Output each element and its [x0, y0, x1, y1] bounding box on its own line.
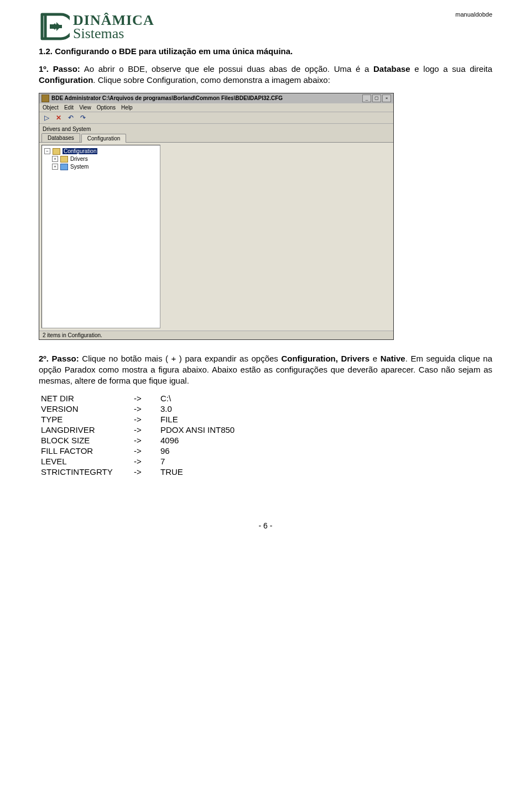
setting-key: BLOCK SIZE — [39, 435, 132, 446]
settings-row: LEVEL->7 — [39, 456, 237, 467]
setting-key: LANGDRIVER — [39, 425, 132, 435]
setting-value: C:\ — [158, 393, 237, 404]
redo-icon[interactable]: ↷ — [79, 114, 87, 122]
setting-key: STRICTINTEGRTY — [39, 467, 132, 477]
arrow: -> — [132, 404, 158, 414]
undo-icon[interactable]: ↶ — [67, 114, 75, 122]
menu-view[interactable]: View — [79, 104, 91, 111]
step1-lead: 1º. Passo: — [39, 64, 80, 74]
settings-row: NET DIR->C:\ — [39, 393, 237, 404]
tree-pane[interactable]: − Configuration + Drivers + System — [41, 145, 160, 328]
status-bar: 2 items in Configuration. — [39, 331, 393, 339]
close-button[interactable]: × — [382, 95, 391, 102]
setting-value: 96 — [158, 446, 237, 456]
arrow: -> — [132, 446, 158, 456]
bde-admin-screenshot: BDE Administrator C:\Arquivos de program… — [39, 93, 394, 340]
delete-icon[interactable]: ✕ — [55, 114, 63, 122]
settings-row: FILL FACTOR->96 — [39, 446, 237, 456]
settings-table: NET DIR->C:\VERSION->3.0TYPE->FILELANGDR… — [39, 393, 237, 477]
folder-icon — [53, 148, 60, 155]
toolbar: ▷ ✕ ↶ ↷ — [39, 112, 393, 124]
arrow: -> — [132, 467, 158, 477]
document-tag: manualdobde — [455, 11, 492, 18]
menu-options[interactable]: Options — [97, 104, 116, 111]
step2-lead: 2º. Passo: — [39, 354, 79, 363]
tabs: Databases Configuration — [39, 133, 393, 142]
system-icon — [60, 164, 68, 170]
settings-row: BLOCK SIZE->4096 — [39, 435, 237, 446]
minimize-button[interactable]: _ — [362, 95, 371, 102]
settings-row: VERSION->3.0 — [39, 404, 237, 414]
setting-key: LEVEL — [39, 456, 132, 467]
tree-expander-icon[interactable]: − — [44, 148, 50, 154]
folder-icon — [60, 156, 68, 163]
paragraph-step1: 1º. Passo: Ao abrir o BDE, observe que e… — [39, 64, 492, 86]
arrow: -> — [132, 435, 158, 446]
settings-row: STRICTINTEGRTY->TRUE — [39, 467, 237, 477]
menubar: Object Edit View Options Help — [39, 103, 393, 112]
settings-row: LANGDRIVER->PDOX ANSI INT850 — [39, 425, 237, 435]
setting-key: TYPE — [39, 414, 132, 425]
tree-expander-icon[interactable]: + — [52, 156, 58, 162]
arrow: -> — [132, 456, 158, 467]
maximize-button[interactable]: ▢ — [372, 95, 381, 102]
open-icon[interactable]: ▷ — [43, 114, 50, 122]
setting-value: 4096 — [158, 435, 237, 446]
page-number: - 6 - — [39, 521, 492, 530]
arrow: -> — [132, 393, 158, 404]
window-title: BDE Administrator C:\Arquivos de program… — [51, 95, 360, 101]
logo-icon — [39, 11, 70, 42]
logo-text-line2: Sistemas — [73, 27, 154, 41]
tree-expander-icon[interactable]: + — [52, 164, 58, 170]
setting-value: PDOX ANSI INT850 — [158, 425, 237, 435]
setting-value: 3.0 — [158, 404, 237, 414]
section-heading: 1.2. Configurando o BDE para utilização … — [39, 46, 492, 56]
setting-value: FILE — [158, 414, 237, 425]
app-icon — [41, 95, 49, 102]
menu-edit[interactable]: Edit — [64, 104, 74, 111]
menu-help[interactable]: Help — [121, 104, 133, 111]
setting-key: NET DIR — [39, 393, 132, 404]
arrow: -> — [132, 414, 158, 425]
window-titlebar: BDE Administrator C:\Arquivos de program… — [39, 93, 393, 103]
tree-node-system[interactable]: System — [70, 164, 88, 170]
settings-row: TYPE->FILE — [39, 414, 237, 425]
setting-key: VERSION — [39, 404, 132, 414]
tab-configuration[interactable]: Configuration — [81, 134, 126, 143]
setting-key: FILL FACTOR — [39, 446, 132, 456]
logo: DINÂMICA Sistemas — [39, 11, 154, 42]
setting-value: 7 — [158, 456, 237, 467]
panel-label: Drivers and System — [39, 124, 393, 133]
setting-value: TRUE — [158, 467, 237, 477]
arrow: -> — [132, 425, 158, 435]
paragraph-step2: 2º. Passo: Clique no botão mais ( + ) pa… — [39, 353, 492, 387]
details-pane — [163, 145, 391, 328]
tree-node-configuration[interactable]: Configuration — [63, 148, 97, 154]
menu-object[interactable]: Object — [43, 104, 59, 111]
tree-node-drivers[interactable]: Drivers — [70, 156, 88, 162]
tab-databases[interactable]: Databases — [41, 133, 80, 142]
